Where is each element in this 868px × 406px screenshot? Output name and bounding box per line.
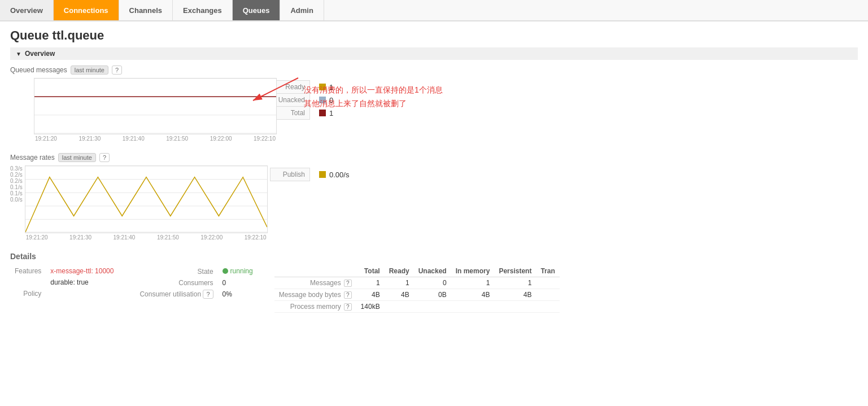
- page-title: Queue ttl.queue: [10, 28, 858, 43]
- features-value: x-message-ttl: 10000: [46, 265, 118, 277]
- stats-row-process-memory: Process memory ? 140kB: [274, 301, 560, 313]
- bytes-persistent: 4B: [494, 289, 536, 301]
- legend-publish-label: Publish: [271, 168, 310, 181]
- stats-row-messages: Messages ? 1 1 0 1 1: [274, 277, 560, 289]
- messages-unacked: 0: [414, 277, 451, 289]
- features-label: Features: [10, 265, 46, 277]
- queued-messages-chart: 1.5 1.0 0.5 0.0: [10, 78, 253, 142]
- rates-timespan-badge[interactable]: last minute: [58, 153, 96, 162]
- navigation: Overview Connections Channels Exchanges …: [0, 0, 868, 21]
- bytes-inmemory: 4B: [451, 289, 495, 301]
- legend-publish: Publish 0.00/s: [271, 168, 354, 181]
- annotation-arrow: [236, 72, 304, 106]
- nav-exchanges[interactable]: Exchanges: [173, 0, 233, 20]
- pmem-persistent: [494, 301, 536, 313]
- svg-line-4: [253, 78, 298, 101]
- nav-channels[interactable]: Channels: [119, 0, 173, 20]
- pmem-unacked: [414, 301, 451, 313]
- stats-header-persistent: Persistent: [494, 265, 536, 277]
- message-rates-label: Message rates last minute ?: [10, 153, 858, 162]
- stats-row-body-bytes: Message body bytes ? 4B 4B 0B 4B 4B: [274, 289, 560, 301]
- rates-legend: Publish 0.00/s: [270, 168, 354, 181]
- annotation-line1: 没有消费的，所以一直保持的是1个消息: [304, 84, 858, 97]
- queued-messages-label: Queued messages last minute ?: [10, 66, 858, 75]
- nav-overview[interactable]: Overview: [0, 0, 54, 20]
- queued-messages-help[interactable]: ?: [112, 66, 122, 75]
- stats-header-total: Total: [356, 265, 385, 277]
- consumer-util-help[interactable]: ?: [203, 290, 213, 299]
- messages-inmemory: 1: [451, 277, 495, 289]
- bytes-unacked: 0B: [414, 289, 451, 301]
- pmem-tran: [536, 301, 559, 313]
- details-features: Features x-message-ttl: 10000 durable: t…: [10, 265, 118, 313]
- annotation-line2: 其他消息上来了自然就被删了: [304, 97, 858, 111]
- total-color-swatch: [319, 110, 326, 116]
- consumers-value: 0: [218, 277, 258, 289]
- stats-table-container: Total Ready Unacked In memory Persistent…: [274, 265, 560, 313]
- nav-queues[interactable]: Queues: [233, 0, 281, 20]
- details-state: State running Consumers 0: [135, 265, 257, 313]
- consumer-util-value: 0%: [218, 289, 258, 300]
- publish-color-swatch: [319, 171, 326, 178]
- rates-chart-svg: [25, 166, 267, 233]
- pmem-inmemory: [451, 301, 495, 313]
- messages-total: 1: [356, 277, 385, 289]
- bytes-tran: [536, 289, 559, 301]
- message-rates-help[interactable]: ?: [99, 153, 110, 162]
- messages-ready: 1: [385, 277, 414, 289]
- details-header: Details: [10, 252, 858, 261]
- details-section: Details Features x-message-ttl: 10000 du…: [10, 252, 858, 313]
- messages-tran: [536, 277, 559, 289]
- running-dot: [223, 268, 228, 274]
- messages-persistent: 1: [494, 277, 536, 289]
- pmem-ready: [385, 301, 414, 313]
- arrow-icon: ▼: [16, 51, 21, 57]
- policy-label: Policy: [10, 288, 46, 299]
- queued-messages-xaxis: 19:21:20 19:21:30 19:21:40 19:21:50 19:2…: [34, 136, 277, 142]
- pmem-total: 140kB: [356, 301, 385, 313]
- overview-section-label: Overview: [25, 50, 55, 58]
- bytes-total: 4B: [356, 289, 385, 301]
- message-rates-chart: 0.3/s 0.2/s 0.2/s 0.1/s 0.1/s 0.0/s: [10, 165, 253, 241]
- stats-header-tran: Tran: [536, 265, 559, 277]
- annotation: 没有消费的，所以一直保持的是1个消息 其他消息上来了自然就被删了: [304, 84, 858, 111]
- timespan-badge[interactable]: last minute: [71, 66, 108, 75]
- state-label: State: [135, 265, 217, 277]
- consumers-label: Consumers: [135, 277, 217, 289]
- stats-header-unacked: Unacked: [414, 265, 451, 277]
- stats-header-empty: [274, 265, 356, 277]
- nav-connections[interactable]: Connections: [54, 0, 119, 20]
- overview-section-header[interactable]: ▼ Overview: [10, 47, 858, 60]
- rates-yaxis: 0.3/s 0.2/s 0.2/s 0.1/s 0.1/s 0.0/s: [10, 165, 23, 203]
- legend-publish-value: 0.00/s: [329, 171, 349, 179]
- state-value: running: [230, 267, 253, 275]
- stats-header-inmemory: In memory: [451, 265, 495, 277]
- rates-xaxis: 19:21:20 19:21:30 19:21:40 19:21:50 19:2…: [25, 234, 268, 241]
- nav-admin[interactable]: Admin: [280, 0, 324, 20]
- stats-header-ready: Ready: [385, 265, 414, 277]
- durable-value: durable: true: [46, 277, 118, 288]
- state-badge: running: [223, 267, 253, 275]
- bytes-ready: 4B: [385, 289, 414, 301]
